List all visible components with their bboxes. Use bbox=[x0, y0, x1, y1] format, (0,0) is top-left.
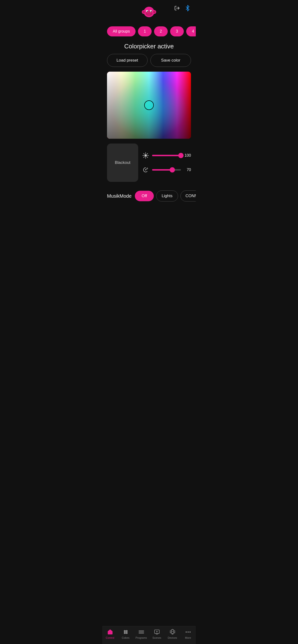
svg-point-11 bbox=[147, 13, 149, 14]
sliders-container: 100 70 bbox=[142, 144, 191, 182]
group-3-button[interactable]: 3 bbox=[170, 26, 184, 36]
brightness-slider[interactable] bbox=[152, 155, 181, 156]
blackout-label: Blackout bbox=[115, 160, 130, 165]
header bbox=[102, 0, 196, 22]
login-icon[interactable] bbox=[174, 5, 181, 12]
speed-value: 70 bbox=[184, 168, 191, 172]
bluetooth-icon[interactable] bbox=[184, 5, 191, 12]
color-picker[interactable] bbox=[107, 72, 191, 139]
svg-line-22 bbox=[144, 154, 144, 154]
svg-point-9 bbox=[151, 11, 152, 12]
musikmode-off-button[interactable]: Off bbox=[135, 191, 154, 201]
musikmode-connect-button[interactable]: CONNECT bbox=[181, 190, 196, 202]
brightness-value: 100 bbox=[184, 153, 191, 158]
svg-line-23 bbox=[147, 157, 148, 158]
speed-icon bbox=[142, 166, 149, 174]
action-buttons: Load preset Save color bbox=[102, 54, 196, 72]
svg-point-3 bbox=[142, 11, 145, 13]
group-4-button[interactable]: 4 bbox=[186, 26, 196, 36]
svg-line-24 bbox=[147, 154, 148, 154]
blackout-box[interactable]: Blackout bbox=[107, 144, 138, 182]
svg-point-12 bbox=[149, 13, 151, 14]
svg-line-25 bbox=[144, 157, 144, 158]
header-icons bbox=[174, 5, 191, 12]
colorpicker-title: Colorpicker active bbox=[102, 40, 196, 54]
load-preset-button[interactable]: Load preset bbox=[107, 54, 147, 67]
brightness-slider-row: 100 bbox=[142, 152, 191, 159]
group-pills: All groups 1 2 3 4 bbox=[102, 22, 196, 40]
svg-rect-16 bbox=[107, 72, 191, 139]
musik-mode-bar: MusikMode Off Lights CONNECT bbox=[102, 187, 196, 206]
svg-point-17 bbox=[144, 154, 147, 157]
brightness-thumb[interactable] bbox=[178, 153, 184, 158]
save-color-button[interactable]: Save color bbox=[151, 54, 191, 67]
svg-point-8 bbox=[147, 11, 148, 12]
svg-point-4 bbox=[153, 11, 156, 13]
speed-slider-row: 70 bbox=[142, 166, 191, 174]
speed-fill bbox=[152, 169, 172, 170]
brightness-fill bbox=[152, 155, 181, 156]
speed-slider[interactable] bbox=[152, 169, 181, 170]
musik-mode-label: MusikMode bbox=[107, 193, 131, 199]
speed-thumb[interactable] bbox=[170, 167, 175, 172]
brightness-icon bbox=[142, 152, 149, 159]
group-1-button[interactable]: 1 bbox=[138, 26, 152, 36]
group-2-button[interactable]: 2 bbox=[154, 26, 168, 36]
group-all-button[interactable]: All groups bbox=[107, 26, 135, 36]
bottom-spacer bbox=[102, 206, 196, 228]
musikmode-lights-button[interactable]: Lights bbox=[156, 190, 178, 202]
controls-section: Blackout 100 bbox=[102, 139, 196, 187]
app-logo bbox=[142, 5, 156, 20]
